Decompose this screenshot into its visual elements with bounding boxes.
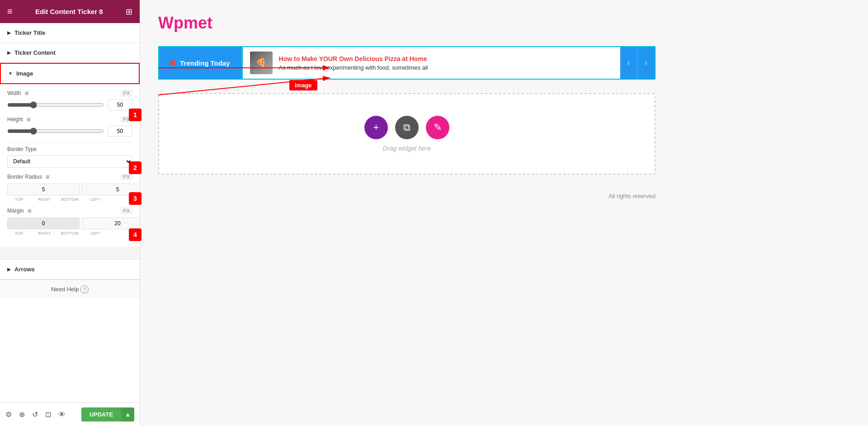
border-radius-label-row: Border Radius 🖥 PX — [7, 173, 132, 180]
label-right: RIGHT — [33, 197, 56, 202]
border-type-select[interactable]: Default Solid Dashed Dotted Double — [7, 155, 132, 168]
sidebar-header: ≡ Edit Content Ticker 8 ⊞ — [0, 0, 140, 23]
height-label: Height — [7, 116, 23, 123]
history-icon[interactable]: ↺ — [32, 410, 38, 419]
bottom-icons-group: ⚙ ⊕ ↺ ⊡ 👁 — [5, 410, 66, 419]
separator-1 — [7, 142, 132, 142]
ticker-heading: How to Make YOUR Own Delicious Pizza at … — [279, 55, 613, 62]
chevron-down-icon: ▼ — [8, 71, 13, 76]
responsive-icon[interactable]: ⊡ — [45, 410, 51, 419]
image-section-label: Image — [16, 70, 33, 77]
annotation-badge-4: 4 — [129, 228, 142, 241]
annotation-badge-1: 1 — [129, 109, 142, 121]
ticker-dot — [170, 60, 175, 66]
height-slider-row: 50 — [7, 126, 132, 137]
arrows-label: Arrows — [14, 266, 35, 273]
chevron-right-icon: ▶ — [7, 30, 11, 35]
margin-control: Margin 🖥 PX 🔗 TOP RIGHT — [7, 207, 132, 236]
margin-label-row: Margin 🖥 PX — [7, 207, 132, 214]
badge-3: 3 — [129, 192, 142, 205]
ticker-label-text: Trending Today — [180, 59, 230, 67]
drop-zone[interactable]: + ⧉ ✎ Drag widget here — [158, 93, 656, 175]
grid-icon[interactable]: ⊞ — [126, 7, 132, 17]
border-radius-control: Border Radius 🖥 PX 🔗 TOP RI — [7, 173, 132, 202]
label-left: LEFT — [84, 197, 107, 202]
need-help-section: Need Help ? — [0, 279, 140, 299]
width-slider[interactable] — [7, 101, 104, 109]
ticker-title-label: Ticker Title — [14, 29, 45, 36]
margin-right[interactable] — [81, 218, 140, 229]
ticker-image-inner: 🍕 — [250, 52, 273, 74]
hamburger-icon[interactable]: ≡ — [7, 6, 13, 17]
monitor-icon-margin: 🖥 — [27, 208, 32, 213]
page-title: Wpmet — [158, 14, 850, 33]
help-icon[interactable]: ? — [80, 285, 89, 293]
copy-widget-icon[interactable]: ⧉ — [395, 116, 419, 139]
preview-icon[interactable]: 👁 — [58, 411, 66, 419]
border-radius-label: Border Radius — [7, 174, 42, 180]
sidebar: ≡ Edit Content Ticker 8 ⊞ ▶ Ticker Title… — [0, 0, 140, 426]
ticker-widget: Trending Today 🍕 How to Make YOUR Own De… — [158, 46, 656, 80]
need-help-text: Need Help — [51, 286, 79, 293]
border-type-label: Border Type — [7, 146, 37, 152]
ticker-next-btn[interactable]: › — [637, 47, 655, 79]
ticker-image: 🍕 — [250, 52, 273, 74]
ticker-prev-btn[interactable]: ‹ — [620, 47, 637, 79]
width-control: Width 🖥 PX 50 — [7, 90, 132, 110]
width-slider-row: 50 — [7, 99, 132, 110]
add-widget-icon[interactable]: + — [364, 116, 388, 139]
height-input[interactable]: 50 — [108, 126, 132, 137]
margin-top[interactable] — [7, 218, 80, 229]
main-area: Wpmet Trending Today 🍕 How to Make YOUR … — [140, 0, 868, 426]
chevron-right-icon-arrows: ▶ — [7, 267, 11, 272]
border-type-label-row: Border Type — [7, 146, 132, 152]
ticker-label: Trending Today — [159, 47, 241, 79]
monitor-icon-width: 🖥 — [24, 90, 29, 96]
height-label-row: Height 🖥 PX — [7, 116, 132, 123]
margin-label-top: TOP — [7, 231, 31, 236]
edit-widget-icon[interactable]: ✎ — [426, 116, 449, 139]
layers-icon[interactable]: ⊕ — [19, 410, 25, 419]
settings-icon[interactable]: ⚙ — [5, 410, 12, 419]
ticker-content-area: 🍕 How to Make YOUR Own Delicious Pizza a… — [243, 47, 620, 79]
margin-label-left: LEFT — [84, 231, 107, 236]
image-section-container: ▼ Image Width 🖥 PX 50 — [0, 63, 140, 246]
update-btn-group: UPDATE ▲ — [81, 407, 134, 421]
image-annotation-label: image — [289, 80, 317, 90]
width-label-row: Width 🖥 PX — [7, 90, 132, 97]
border-radius-labels: TOP RIGHT BOTTOM LEFT — [7, 197, 132, 202]
border-radius-unit: PX — [120, 173, 132, 180]
sidebar-item-ticker-content[interactable]: ▶ Ticker Content — [0, 43, 140, 63]
width-unit: PX — [120, 90, 132, 97]
sidebar-content: ▶ Ticker Title ▶ Ticker Content ▼ Image … — [0, 23, 140, 402]
margin-labels: TOP RIGHT BOTTOM LEFT — [7, 231, 132, 236]
margin-unit: PX — [120, 207, 132, 214]
update-button[interactable]: UPDATE — [81, 407, 121, 421]
border-radius-top[interactable] — [7, 184, 80, 195]
sidebar-item-ticker-title[interactable]: ▶ Ticker Title — [0, 23, 140, 43]
margin-inputs: 🔗 — [7, 217, 132, 230]
ticker-text-block: How to Make YOUR Own Delicious Pizza at … — [279, 55, 613, 71]
height-slider[interactable] — [7, 128, 104, 135]
drop-zone-icons: + ⧉ ✎ — [364, 116, 449, 139]
sidebar-item-arrows[interactable]: ▶ Arrows — [0, 260, 140, 279]
badge-4: 4 — [129, 228, 142, 241]
height-control: Height 🖥 PX 50 — [7, 116, 132, 137]
ticker-annotation-wrapper: Trending Today 🍕 How to Make YOUR Own De… — [158, 46, 656, 80]
badge-2: 2 — [129, 161, 142, 174]
ticker-subtext: As much as I love experimenting with foo… — [279, 64, 613, 71]
annotation-badge-2: 2 — [129, 161, 142, 174]
monitor-icon-radius: 🖥 — [45, 174, 50, 180]
drop-zone-text: Drag widget here — [383, 145, 431, 152]
sidebar-item-image[interactable]: ▼ Image — [0, 63, 140, 84]
main-content: Wpmet Trending Today 🍕 How to Make YOUR … — [140, 0, 868, 426]
label-top: TOP — [7, 197, 31, 202]
separator-gray — [0, 246, 140, 260]
update-dropdown-btn[interactable]: ▲ — [121, 407, 134, 421]
sidebar-title: Edit Content Ticker 8 — [35, 8, 103, 15]
ticker-content-label: Ticker Content — [14, 49, 56, 56]
monitor-icon-height: 🖥 — [26, 117, 31, 122]
margin-label-bottom: BOTTOM — [58, 231, 81, 236]
width-label: Width — [7, 90, 21, 96]
border-type-select-row: Default Solid Dashed Dotted Double — [7, 155, 132, 168]
